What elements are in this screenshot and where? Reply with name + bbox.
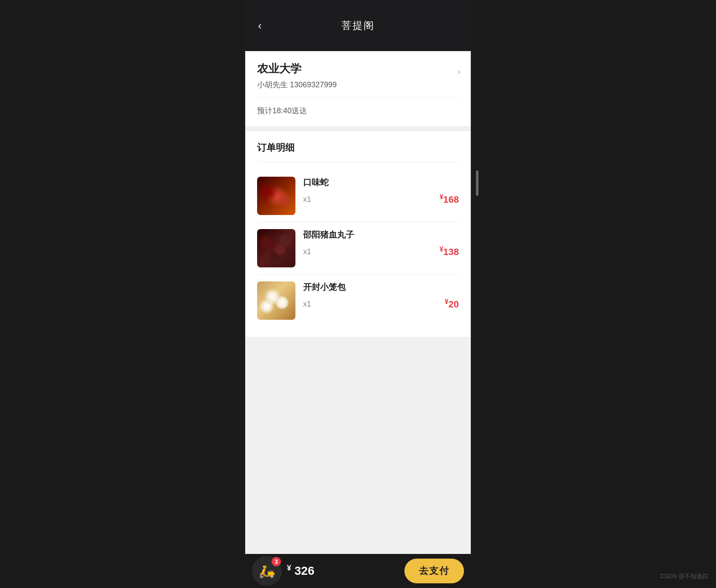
chevron-right-icon: ›	[458, 66, 461, 77]
yen-icon-2: ¥	[439, 246, 443, 253]
total-yen-symbol: ¥	[287, 564, 291, 572]
total-amount: 326	[295, 565, 315, 578]
cart-badge: 3	[272, 557, 281, 566]
item-info-1: 口味蛇 x1 ¥168	[303, 177, 459, 205]
watermark: CSDN @不知迷踪	[660, 573, 708, 580]
item-qty-1: x1	[303, 195, 311, 204]
address-divider	[257, 98, 459, 98]
item-name-3: 开封小笼包	[303, 281, 459, 293]
item-price-1: ¥168	[439, 193, 459, 205]
cart-icon: 🛵	[258, 563, 275, 579]
delivery-time: 预计18:40送达	[257, 103, 459, 116]
page-title: 菩提阁	[341, 19, 375, 32]
item-qty-row-2: x1 ¥138	[303, 246, 459, 258]
item-image-bao	[257, 281, 295, 320]
pay-button[interactable]: 去支付	[404, 559, 464, 583]
item-name-1: 口味蛇	[303, 177, 459, 188]
item-image-blood	[257, 229, 295, 267]
order-divider	[257, 162, 459, 162]
back-button[interactable]: ‹	[258, 19, 262, 32]
order-section: 订单明细 口味蛇 x1 ¥168	[245, 131, 471, 337]
item-qty-row-1: x1 ¥168	[303, 193, 459, 205]
yen-icon-1: ¥	[439, 193, 443, 201]
bottom-bar: 🛵 3 ¥ 326 去支付	[245, 554, 471, 588]
item-price-2: ¥138	[439, 246, 459, 258]
item-qty-2: x1	[303, 247, 311, 256]
item-qty-row-3: x1 ¥20	[303, 298, 459, 310]
address-name: 农业大学	[257, 61, 459, 76]
scroll-indicator	[476, 170, 478, 196]
top-bar: ‹ 菩提阁	[245, 0, 471, 51]
item-qty-3: x1	[303, 300, 311, 309]
item-info-2: 邵阳猪血丸子 x1 ¥138	[303, 229, 459, 258]
address-contact: 小胡先生 13069327999	[257, 80, 459, 90]
order-item-1: 口味蛇 x1 ¥168	[257, 170, 459, 222]
order-title: 订单明细	[257, 141, 459, 154]
yen-icon-3: ¥	[445, 298, 449, 305]
total-price: ¥ 326	[287, 564, 404, 578]
item-image-snake	[257, 177, 295, 215]
content-area: 农业大学 小胡先生 13069327999 › 预计18:40送达 订单明细 口…	[245, 51, 471, 588]
order-item-2: 邵阳猪血丸子 x1 ¥138	[257, 222, 459, 275]
order-item-3: 开封小笼包 x1 ¥20	[257, 275, 459, 327]
address-card[interactable]: 农业大学 小胡先生 13069327999 › 预计18:40送达	[245, 51, 471, 126]
item-name-2: 邵阳猪血丸子	[303, 229, 459, 241]
item-price-3: ¥20	[445, 298, 459, 310]
cart-icon-area[interactable]: 🛵 3	[252, 556, 282, 586]
item-info-3: 开封小笼包 x1 ¥20	[303, 281, 459, 310]
phone-container: ‹ 菩提阁 农业大学 小胡先生 13069327999 › 预计18:40送达 …	[245, 0, 471, 588]
